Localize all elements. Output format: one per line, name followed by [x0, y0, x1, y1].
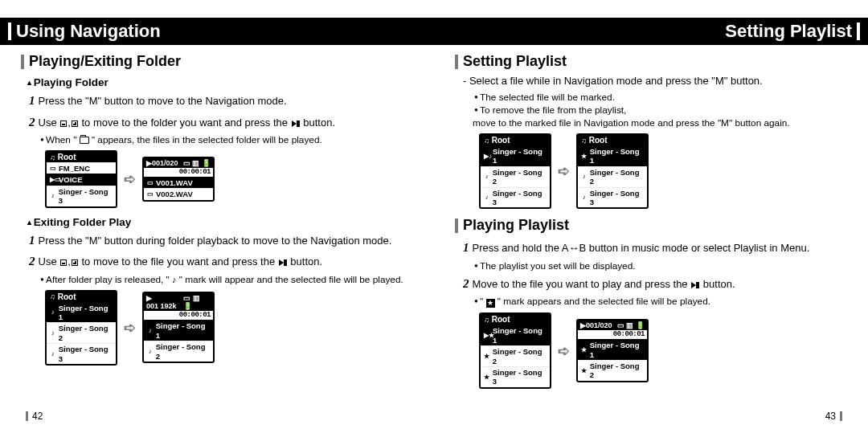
section-heading: Setting Playlist	[455, 53, 847, 70]
page-number: 43	[825, 411, 842, 422]
arrow-icon: ➪	[558, 342, 570, 360]
minus-icon	[60, 259, 67, 266]
section-heading: Playing/Exiting Folder	[21, 53, 413, 70]
subheading-playing-folder: Playing Folder	[27, 76, 413, 88]
arrow-icon: ➪	[558, 162, 570, 180]
arrow-icon: ➪	[124, 170, 136, 188]
pause-icon	[297, 121, 300, 127]
lcd-screenshot: ♫Root ♪Singer - Song 1 ♪Singer - Song 2 …	[45, 290, 117, 366]
pause-icon	[696, 282, 699, 288]
plus-icon	[72, 259, 78, 266]
lcd-screenshot: ▶001/020▭ ▥ 🔋 00:00:01 ▭V001.WAV ▭V002.W…	[142, 157, 215, 202]
page-title-right: Setting Playlist	[434, 18, 868, 45]
lcd-screenshot: ♫Root ▶★Singer - Song 1 ★Singer - Song 2…	[479, 312, 551, 388]
lcd-screenshot: ♫Root ▭FM_ENC ▶▭VOICE ♪Singer - Song 3	[45, 150, 117, 208]
lcd-screenshot: ▶001/020▭ ▥ 🔋 00:00:01 ★Singer - Song 1 …	[576, 319, 649, 382]
bullet: When " " appears, the files in the selec…	[40, 134, 413, 145]
subheading-exiting-folder: Exiting Folder Play	[27, 216, 413, 228]
step: 2Move to the file you want to play and p…	[463, 275, 847, 293]
plus-icon	[72, 121, 78, 127]
step: 2Use , to move to the file you want and …	[29, 252, 413, 271]
star-icon: ★	[486, 299, 495, 308]
step: 2Use , to move to the folder you want an…	[29, 113, 413, 132]
arrow-icon: ➪	[124, 319, 136, 337]
minus-icon	[60, 121, 67, 127]
section-heading: Playing Playlist	[455, 217, 847, 234]
bullet: The playlist you set will be displayed.	[474, 260, 847, 272]
bullet-continuation: move to the marked file in Navigation mo…	[482, 117, 847, 129]
intro-line: - Select a file while in Navigation mode…	[463, 75, 847, 87]
page-number: 42	[26, 411, 43, 422]
page-title-left: Using Navigation	[0, 18, 434, 45]
bullet: To remove the file from the playlist,	[474, 104, 847, 116]
step: 1Press and hold the A↔B button in music …	[463, 239, 847, 257]
bullet: " ★ " mark appears and the selected file…	[474, 296, 847, 308]
folder-icon	[80, 137, 89, 144]
lcd-screenshot: ♫Root ▶♪Singer - Song 1 ♪Singer - Song 2…	[479, 133, 551, 209]
lcd-screenshot: ▶001 192k▭ ▥ 🔋 00:00:01 ♪Singer - Song 1…	[142, 292, 215, 363]
pause-icon	[284, 259, 287, 266]
step: 1Press the "M" button to move to the Nav…	[29, 92, 413, 110]
bullet: The selected file will be marked.	[474, 92, 847, 103]
step: 1Press the "M" button during folder play…	[29, 231, 413, 250]
bullet: After folder play is released, " ♪ " mar…	[40, 274, 413, 285]
lcd-screenshot: ♫Root ★Singer - Song 1 ♪Singer - Song 2 …	[576, 133, 649, 209]
